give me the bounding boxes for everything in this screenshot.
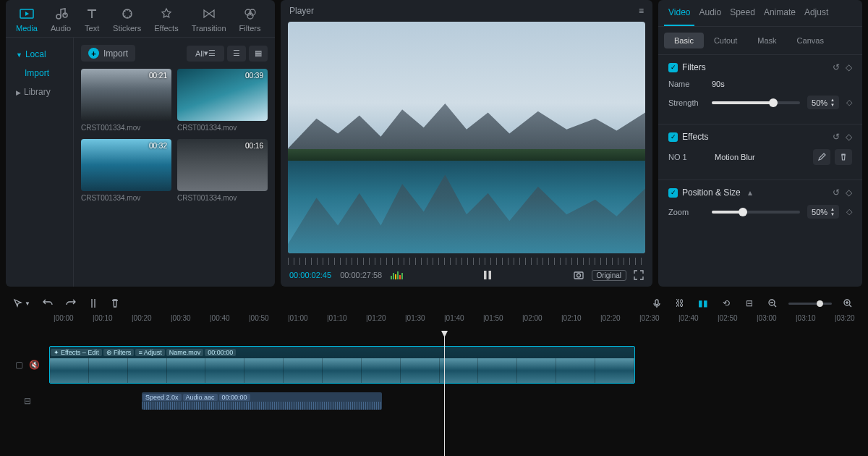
track-mute-toggle[interactable]: 🔇 (29, 360, 40, 370)
delete-button[interactable] (110, 298, 120, 308)
ptab-animate[interactable]: Animate (760, 0, 800, 26)
svg-rect-11 (655, 300, 658, 305)
effects-checkbox[interactable]: ✓ (668, 132, 678, 142)
player-title: Player (289, 6, 314, 16)
ptab-speed[interactable]: Speed (726, 0, 760, 26)
import-label: Import (103, 48, 128, 59)
player-ruler[interactable] (288, 258, 645, 265)
zoom-in-button[interactable] (841, 298, 855, 308)
sidebar-import[interactable]: Import (10, 64, 69, 83)
record-button[interactable] (650, 298, 664, 308)
tab-text[interactable]: Text (84, 6, 100, 33)
ptab-audio[interactable]: Audio (694, 0, 726, 26)
playhead[interactable] (444, 332, 445, 456)
zoom-slider[interactable] (712, 211, 800, 214)
snapshot-button[interactable] (573, 269, 584, 281)
pause-button[interactable] (482, 269, 493, 281)
tick: |02:40 (678, 314, 699, 322)
clip-badge-filters[interactable]: ⊛ Filters (103, 349, 135, 356)
split-button[interactable] (88, 298, 98, 308)
tab-transition[interactable]: Transition (192, 6, 226, 33)
undo-button[interactable] (42, 298, 54, 308)
effects-reset-button[interactable]: ↺ (833, 132, 840, 142)
player-pane: Player ≡ 00:00:02:45 00:00:27:58 Origina… (281, 0, 652, 287)
clip-2-name: CRST001334.mov (81, 194, 171, 202)
tick: |02:20 (600, 314, 621, 322)
timeline-audio-clip[interactable]: Speed 2.0x Audio.aac 00:00:00 (142, 392, 382, 410)
tick: |02:30 (639, 314, 660, 322)
possize-reset-button[interactable]: ↺ (833, 187, 840, 198)
audio-badge-speed: Speed 2.0x (142, 394, 182, 401)
redo-button[interactable] (65, 298, 77, 308)
svg-rect-7 (484, 271, 487, 279)
tab-stickers[interactable]: Stickers (113, 6, 141, 33)
clip-2[interactable]: 00:32 CRST001334.mov (81, 139, 171, 202)
possize-checkbox[interactable]: ✓ (668, 188, 678, 198)
stickers-icon (119, 6, 135, 22)
timeline-video-clip[interactable]: ✦ Effects – Edit ⊛ Filters ≡ Adjust Name… (49, 346, 635, 384)
audio-icon (53, 6, 69, 22)
strength-keyframe-button[interactable]: ◇ (846, 98, 852, 107)
view-grid-button[interactable]: ▦ (249, 46, 268, 62)
tab-audio[interactable]: Audio (51, 6, 71, 33)
ptab-adjust[interactable]: Adjust (800, 0, 833, 26)
filters-checkbox[interactable]: ✓ (668, 63, 678, 72)
sidebar-local[interactable]: ▼Local (10, 45, 69, 64)
clip-badge-adjust[interactable]: ≡ Adjust (135, 349, 164, 356)
sidebar-library[interactable]: ▶Library (10, 83, 69, 101)
clip-badge-time: 00:00:00 (205, 349, 236, 356)
transition-icon (201, 6, 217, 22)
sub-canvas[interactable]: Canvas (787, 33, 834, 48)
sub-basic[interactable]: Basic (664, 33, 704, 48)
filters-reset-button[interactable]: ↺ (833, 62, 840, 72)
clip-badge-effects[interactable]: ✦ Effects – Edit (51, 349, 102, 356)
zoom-out-button[interactable] (765, 298, 780, 308)
tick: |03:20 (835, 314, 855, 322)
import-button[interactable]: + Import (81, 45, 135, 62)
tab-transition-label: Transition (192, 24, 226, 33)
strength-input[interactable]: 50%▲▼ (807, 96, 839, 109)
fullscreen-button[interactable] (634, 270, 644, 280)
clip-3-name: CRST001334.mov (177, 194, 268, 202)
tab-effects[interactable]: Effects (154, 6, 178, 33)
zoom-input[interactable]: 50%▲▼ (807, 205, 839, 219)
strength-slider[interactable] (712, 101, 800, 104)
clip-1[interactable]: 00:39 CRST001334.mov (177, 69, 268, 132)
player-menu-button[interactable]: ≡ (639, 6, 644, 16)
filter-name-label: Name (668, 80, 705, 88)
properties-pane: Video Audio Speed Animate Adjust Basic C… (658, 0, 862, 287)
possize-keyframe-button[interactable]: ◇ (846, 187, 852, 198)
magnet-button[interactable]: ▮▮ (696, 298, 710, 308)
timeline-ruler[interactable]: |00:00|00:10|00:20|00:30|00:40|00:50|01:… (54, 314, 862, 327)
tab-text-label: Text (85, 24, 99, 33)
tab-filters[interactable]: Filters (239, 6, 261, 33)
player-viewport[interactable] (288, 22, 645, 253)
zoom-keyframe-button[interactable]: ◇ (846, 207, 852, 216)
svg-point-10 (576, 274, 580, 277)
ptab-video[interactable]: Video (664, 0, 694, 26)
audio-meter-icon (391, 271, 403, 279)
effect-delete-button[interactable] (835, 149, 852, 165)
clip-3[interactable]: 00:16 CRST001334.mov (177, 139, 268, 202)
snap-button[interactable]: ⟲ (719, 298, 733, 308)
clip-1-duration: 00:39 (245, 72, 263, 80)
strength-label: Strength (668, 98, 705, 107)
align-button[interactable]: ⊟ (742, 298, 757, 308)
audio-badge-time: 00:00:00 (219, 394, 250, 401)
track-audio-toggle[interactable]: ⊟ (24, 396, 31, 406)
effects-keyframe-button[interactable]: ◇ (846, 132, 852, 142)
zoom-slider-timeline[interactable] (788, 303, 832, 305)
filter-all-button[interactable]: All ▾☰ (187, 46, 224, 62)
clip-0[interactable]: 00:21 CRST001334.mov (81, 69, 171, 132)
quality-mode-button[interactable]: Original (592, 270, 626, 281)
selection-tool[interactable]: ▼ (13, 298, 30, 308)
link-button[interactable]: ⛓ (673, 298, 687, 308)
sub-mask[interactable]: Mask (747, 33, 786, 48)
sub-cutout[interactable]: Cutout (704, 33, 747, 48)
tab-media[interactable]: Media (16, 6, 38, 33)
view-list-button[interactable]: ☰ (227, 46, 246, 62)
tick: |02:00 (522, 314, 542, 322)
track-video-toggle[interactable]: ▢ (15, 360, 23, 370)
effect-edit-button[interactable] (813, 149, 830, 165)
filters-keyframe-button[interactable]: ◇ (846, 62, 852, 72)
